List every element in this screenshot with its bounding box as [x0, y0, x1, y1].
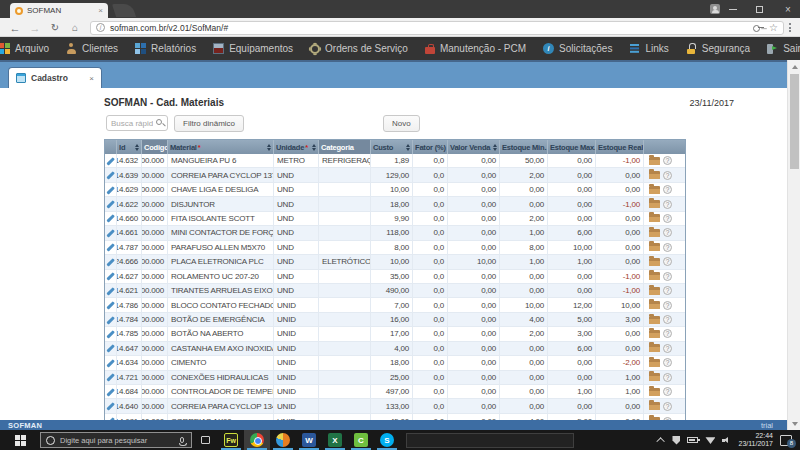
folder-icon[interactable] [649, 200, 660, 208]
taskbar-search-box[interactable]: Digite aqui para pesquisar [40, 432, 192, 448]
tray-chevron-icon[interactable] [657, 437, 665, 445]
folder-icon[interactable] [649, 316, 660, 324]
table-row[interactable]: 14.785000.000BOTÃO NA ABERTOUNID17,000,0… [105, 327, 685, 341]
nav-item-equipamentos[interactable]: Equipamentos [213, 43, 293, 54]
table-row[interactable]: 14.627000.000ROLAMENTO UC 207-20UND35,00… [105, 270, 685, 284]
window-close-button[interactable]: × [778, 0, 798, 18]
browser-profile-button[interactable] [706, 0, 724, 18]
taskbar-app-skype[interactable]: S [374, 430, 400, 450]
column-header-categoria[interactable]: Categoria [319, 140, 371, 154]
taskbar-app-excel[interactable]: X [322, 430, 348, 450]
edit-icon[interactable] [106, 242, 116, 252]
help-icon[interactable]: ? [663, 185, 672, 194]
scrollbar-up-icon[interactable] [788, 60, 800, 73]
folder-icon[interactable] [649, 388, 660, 396]
edit-icon[interactable] [106, 170, 116, 180]
help-icon[interactable]: ? [663, 156, 672, 165]
volume-muted-icon[interactable] [722, 436, 731, 444]
taskbar-app-fireworks[interactable]: Fw [218, 430, 244, 450]
help-icon[interactable]: ? [663, 344, 672, 353]
nav-item-ordens[interactable]: Ordens de Serviço [310, 43, 408, 54]
start-button[interactable] [0, 430, 40, 450]
microphone-icon[interactable] [180, 437, 184, 443]
taskbar-clock[interactable]: 22:44 23/11/2017 [738, 432, 773, 449]
table-row[interactable]: 14.639000.000CORREIA PARA CYCLOP 1375X48… [105, 168, 685, 182]
help-icon[interactable]: ? [663, 257, 672, 266]
edit-icon[interactable] [106, 271, 116, 281]
column-header-material[interactable]: Material* [168, 140, 274, 154]
edit-icon[interactable] [106, 185, 116, 195]
window-minimize-button[interactable] [724, 0, 742, 18]
taskbar-app-chrome[interactable] [244, 430, 270, 450]
edit-icon[interactable] [106, 228, 116, 238]
taskbar-app-word[interactable]: W [296, 430, 322, 450]
edit-icon[interactable] [106, 213, 116, 223]
folder-icon[interactable] [649, 301, 660, 309]
help-icon[interactable]: ? [663, 315, 672, 324]
help-icon[interactable]: ? [663, 272, 672, 281]
scrollbar-down-icon[interactable] [788, 417, 800, 430]
folder-icon[interactable] [649, 272, 660, 280]
edit-icon[interactable] [106, 329, 116, 339]
nav-item-arquivo[interactable]: Arquivo [0, 43, 49, 54]
help-icon[interactable]: ? [663, 243, 672, 252]
help-icon[interactable]: ? [663, 228, 672, 237]
folder-icon[interactable] [649, 344, 660, 352]
edit-icon[interactable] [106, 372, 116, 382]
folder-icon[interactable] [649, 287, 660, 295]
folder-icon[interactable] [649, 157, 660, 165]
help-icon[interactable]: ? [663, 402, 672, 411]
table-row[interactable]: 14.640000.000CORREIA PARA CYCLOP 1345X48… [105, 399, 685, 413]
window-maximize-button[interactable] [750, 0, 768, 18]
tab-close-icon[interactable]: × [98, 7, 103, 15]
help-icon[interactable]: ? [663, 171, 672, 180]
help-icon[interactable]: ? [663, 373, 672, 382]
browser-menu-icon[interactable] [785, 22, 795, 33]
nav-item-clientes[interactable]: Clientes [66, 43, 118, 54]
table-row[interactable]: 14.661000.000MINI CONTACTOR DE FORÇA DE … [105, 226, 685, 240]
column-header-valor_venda[interactable]: Valor Venda [448, 140, 500, 154]
help-icon[interactable]: ? [663, 358, 672, 367]
help-icon[interactable]: ? [663, 286, 672, 295]
nav-item-manutencao[interactable]: Manutenção - PCM [425, 43, 526, 54]
address-bar[interactable]: i sofman.com.br/v2.01/SofMan/# ☆ [90, 21, 784, 35]
column-header-unidade[interactable]: Unidade* [274, 140, 319, 154]
column-header-codigo[interactable]: Codigo [142, 140, 168, 154]
edit-icon[interactable] [106, 300, 116, 310]
cadastro-tab-close-icon[interactable]: × [89, 74, 94, 83]
tab-cadastro[interactable]: Cadastro × [8, 67, 102, 88]
reload-button[interactable]: ↻ [46, 18, 64, 37]
home-button[interactable]: ⌂ [66, 18, 84, 37]
table-row[interactable]: 14.660000.000FITA ISOLANTE SCOTTUND9,900… [105, 212, 685, 226]
folder-icon[interactable] [649, 258, 660, 266]
folder-icon[interactable] [649, 229, 660, 237]
wifi-icon[interactable] [705, 436, 715, 444]
scrollbar-thumb[interactable] [790, 74, 799, 169]
folder-icon[interactable] [649, 243, 660, 251]
dynamic-filter-button[interactable]: Filtro dinâmico [174, 115, 244, 132]
edit-icon[interactable] [106, 199, 116, 209]
bookmark-star-icon[interactable]: ☆ [769, 23, 778, 33]
table-row[interactable]: 14.629000.000CHAVE LIGA E DESLIGAUND10,0… [105, 183, 685, 197]
taskbar-window-button[interactable] [406, 433, 574, 448]
column-header-fator[interactable]: Fator (%) [413, 140, 448, 154]
folder-icon[interactable] [649, 402, 660, 410]
help-icon[interactable]: ? [663, 200, 672, 209]
column-header-custo[interactable]: Custo [371, 140, 413, 154]
edit-icon[interactable] [106, 358, 116, 368]
taskbar-app-designer[interactable] [270, 430, 296, 450]
browser-tab[interactable]: SOFMAN × [10, 3, 108, 18]
folder-icon[interactable] [649, 186, 660, 194]
taskbar-app-camtasia[interactable]: C [348, 430, 374, 450]
table-row[interactable]: 14.784000.000BOTÃO DE EMERGÊNCIAUNID16,0… [105, 313, 685, 327]
edit-icon[interactable] [106, 315, 116, 325]
edit-icon[interactable] [106, 257, 116, 267]
defender-shield-icon[interactable] [672, 436, 680, 445]
table-row[interactable]: 14.786000.000BLOCO CONTATO FECHADOUNID7,… [105, 298, 685, 312]
table-row[interactable]: 14.621000.000TIRANTES ARRUELAS EIXOUND49… [105, 284, 685, 298]
column-header-estoque_real[interactable]: Estoque Real [596, 140, 644, 154]
folder-icon[interactable] [649, 373, 660, 381]
folder-icon[interactable] [649, 214, 660, 222]
folder-icon[interactable] [649, 171, 660, 179]
nav-item-sair[interactable]: Sair [767, 43, 800, 54]
